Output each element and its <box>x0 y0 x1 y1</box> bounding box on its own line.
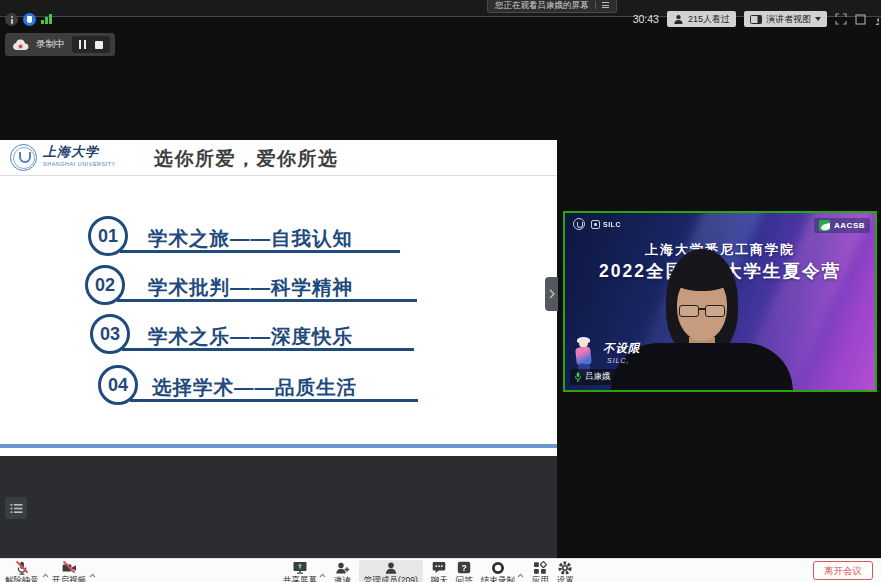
svg-text:?: ? <box>462 563 467 573</box>
apps-grid-icon <box>533 561 547 575</box>
fullscreen-button[interactable] <box>835 13 847 25</box>
banner-divider <box>595 1 596 9</box>
silc-logo: SILC <box>591 220 621 229</box>
end-recording-button[interactable]: 结束录制 <box>481 561 515 582</box>
recording-options-chevron[interactable] <box>517 564 524 582</box>
speaker-name: 吕康娥 <box>585 371 611 383</box>
cloud-recording-icon <box>12 39 29 51</box>
view-mode-chip[interactable]: 演讲者视图 <box>744 11 827 27</box>
share-options-chevron[interactable] <box>319 564 326 582</box>
meeting-controls: 共享屏幕 邀请 管理成员(209) 聊天 <box>283 561 574 582</box>
item-number-circle: 01 <box>88 216 128 256</box>
slide-title: 选你所爱，爱你所选 <box>154 146 339 172</box>
item-number-circle: 02 <box>85 265 125 305</box>
meeting-timer: 30:43 <box>633 13 659 25</box>
mic-options-chevron[interactable] <box>42 564 49 582</box>
chevron-right-icon <box>549 289 555 299</box>
aacsb-mark-icon <box>819 220 830 231</box>
banner-menu-icon[interactable] <box>602 2 609 8</box>
top-right-controls: 30:43 215人看过 演讲者视图 <box>633 11 879 27</box>
speaker-bangs <box>673 265 731 291</box>
stop-recording-button[interactable] <box>95 41 103 49</box>
members-icon <box>384 561 398 575</box>
share-screen-button[interactable]: 共享屏幕 <box>283 561 317 582</box>
university-name-cn: 上海大学 <box>43 143 99 161</box>
audio-video-controls: 解除静音 开启视频 <box>5 561 96 582</box>
item-text: 学术之乐——深度快乐 <box>148 323 353 350</box>
aacsb-badge: AACSB <box>814 218 870 233</box>
qa-button[interactable]: ? 问答 <box>456 561 473 582</box>
video-slogan: 不设限 <box>603 341 641 356</box>
chat-button[interactable]: 聊天 <box>431 561 448 582</box>
person-icon <box>874 17 879 25</box>
attendees-icon <box>673 14 684 25</box>
apps-button[interactable]: 应用 <box>532 561 549 582</box>
recording-label: 录制中 <box>36 38 65 51</box>
watching-banner-text: 您正在观看吕康娥的屏幕 <box>495 0 589 13</box>
network-signal-icon[interactable] <box>41 14 52 25</box>
status-icons <box>5 13 52 26</box>
qa-icon: ? <box>457 561 471 574</box>
mic-on-icon <box>574 372 582 382</box>
leave-meeting-button[interactable]: 离开会议 <box>813 561 873 580</box>
watching-banner[interactable]: 您正在观看吕康娥的屏幕 <box>487 0 617 13</box>
share-screen-icon <box>293 561 307 574</box>
slide-header: 上海大学 SHANGHAI UNIVERSITY 选你所爱，爱你所选 <box>0 140 557 176</box>
gear-icon <box>558 561 572 575</box>
record-ring-icon <box>491 561 505 575</box>
slide-item-2: 02 学术批判——科学精神 <box>0 265 557 309</box>
slide-item-3: 03 学术之乐——深度快乐 <box>0 314 557 358</box>
silc-logo-text: SILC <box>603 221 621 228</box>
camera-options-chevron[interactable] <box>89 564 96 582</box>
university-emblem-icon <box>573 218 585 230</box>
item-number-circle: 04 <box>98 365 138 405</box>
shanghai-university-logo <box>10 144 37 171</box>
video-panel-collapse-tab[interactable] <box>545 277 558 311</box>
view-mode-label: 演讲者视图 <box>766 13 811 26</box>
slide-item-4: 04 选择学术——品质生活 <box>0 365 557 409</box>
pause-recording-button[interactable] <box>79 40 87 49</box>
bottom-toolbar: 解除静音 开启视频 共享屏幕 <box>0 558 881 582</box>
restore-window-button[interactable] <box>855 14 866 25</box>
layout-icon <box>750 15 762 24</box>
slide-bottom-rule <box>0 444 557 448</box>
silc-mark-icon <box>591 220 600 229</box>
start-video-button[interactable]: 开启视频 <box>52 561 86 582</box>
invite-icon <box>335 561 350 575</box>
recording-controls <box>72 36 111 53</box>
slide-item-1: 01 学术之旅——自我认知 <box>0 216 557 260</box>
manage-members-button[interactable]: 管理成员(209) <box>359 560 423 582</box>
university-name-en: SHANGHAI UNIVERSITY <box>43 161 116 167</box>
speaker-glasses <box>679 305 725 318</box>
shared-screen-lower-area <box>0 456 557 558</box>
fullscreen-icon <box>835 13 847 25</box>
video-logos: SILC <box>573 218 621 230</box>
aacsb-badge-text: AACSB <box>834 221 865 230</box>
meeting-info-icon[interactable] <box>5 13 18 26</box>
chat-icon <box>432 561 446 574</box>
item-text: 学术批判——科学精神 <box>148 274 353 301</box>
shared-screen-slide: 上海大学 SHANGHAI UNIVERSITY 选你所爱，爱你所选 01 学术… <box>0 140 557 456</box>
attendee-count-label: 215人看过 <box>688 13 730 26</box>
speaker-video-tile[interactable]: SILC AACSB 上海大学悉尼工商学院 2022全国优秀大学生夏令营 不设限… <box>563 211 877 392</box>
meeting-protection-icon[interactable] <box>23 13 36 26</box>
chevron-down-icon <box>815 17 821 21</box>
settings-button[interactable]: 设置 <box>557 561 574 582</box>
clipped-member-button[interactable] <box>874 14 879 25</box>
meeting-window: 您正在观看吕康娥的屏幕 30:43 215人看过 演讲者视图 录制中 <box>0 0 881 582</box>
item-number-circle: 03 <box>90 314 130 354</box>
item-text: 学术之旅——自我认知 <box>148 225 353 252</box>
item-text: 选择学术——品质生活 <box>152 374 357 401</box>
speaker-name-tag: 吕康娥 <box>570 369 617 385</box>
window-icon <box>855 14 866 25</box>
recording-indicator: 录制中 <box>5 33 115 56</box>
attendee-count-chip[interactable]: 215人看过 <box>667 11 736 27</box>
list-toggle-button[interactable] <box>5 497 27 519</box>
list-icon <box>10 503 23 514</box>
invite-button[interactable]: 邀请 <box>334 561 351 582</box>
video-slogan-sub: SILC, <box>607 357 630 364</box>
unmute-button[interactable]: 解除静音 <box>5 561 39 582</box>
